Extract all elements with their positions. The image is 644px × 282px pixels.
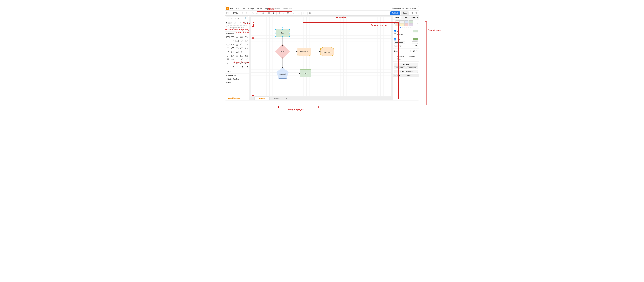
shape-curly[interactable]	[244, 51, 248, 54]
shape-arrow[interactable]	[240, 58, 244, 61]
swatch-next-icon[interactable]: ›	[417, 22, 418, 24]
page-add-button[interactable]: +	[284, 96, 289, 100]
shape-text[interactable]: Text	[235, 36, 239, 39]
rounded-checkbox[interactable]	[394, 55, 396, 57]
node-approval[interactable]: Approval	[276, 68, 289, 79]
undo-button[interactable]	[251, 11, 255, 15]
swatch[interactable]	[396, 20, 400, 23]
shape-line-solid[interactable]	[226, 62, 230, 65]
shape-datastore[interactable]	[235, 54, 239, 57]
resize-handle[interactable]	[275, 36, 276, 37]
sketch-checkbox[interactable]	[394, 58, 396, 60]
delete-button[interactable]	[261, 11, 265, 15]
redo-button[interactable]	[255, 11, 259, 15]
filename-display[interactable]: drawio-example-flow.drawio	[392, 8, 418, 10]
perimeter-input[interactable]	[412, 45, 418, 47]
shape-parallelogram[interactable]	[244, 39, 248, 43]
shape-connector-5[interactable]	[244, 65, 248, 68]
last-change-label[interactable]: Last change 21 months ago	[271, 8, 292, 10]
menu-help[interactable]: Help	[264, 7, 270, 10]
page-tab-2[interactable]: Page-2	[270, 97, 284, 100]
node-write-record[interactable]: Write record	[297, 48, 311, 55]
table-button[interactable]: ▼	[308, 11, 312, 15]
shape-step[interactable]	[235, 47, 239, 50]
section-general[interactable]: ▾General	[225, 32, 249, 35]
shape-triangle[interactable]	[230, 43, 234, 46]
gradient-checkbox[interactable]	[394, 33, 396, 35]
shape-line-heavy-arrow[interactable]	[244, 62, 248, 65]
scratchpad-edit-icon[interactable]: ✎	[244, 22, 246, 24]
shadow-checkbox[interactable]	[407, 55, 409, 57]
shape-textbox[interactable]	[240, 36, 244, 39]
fill-color-well[interactable]	[413, 30, 418, 32]
swatch[interactable]	[400, 23, 404, 26]
shape-container[interactable]	[240, 54, 244, 57]
shape-cloud[interactable]	[240, 43, 244, 46]
edge-choice-writerecord[interactable]	[288, 52, 296, 52]
format-toggle-button[interactable]	[414, 11, 418, 15]
line-width-input[interactable]	[412, 41, 418, 44]
format-tab-text[interactable]: Text	[402, 16, 410, 19]
close-button[interactable]: Close	[401, 12, 409, 15]
page-menu-button[interactable]: ⋮	[250, 97, 254, 100]
drawing-canvas[interactable]: ↻ Start Choice Write record Store record…	[251, 17, 391, 96]
shape-connector-3[interactable]	[235, 65, 239, 68]
shape-trapezoid[interactable]	[240, 47, 244, 50]
section-entity-relation[interactable]: ▸Entity Relation	[225, 77, 249, 81]
swatch[interactable]	[404, 20, 408, 23]
resize-handle[interactable]	[275, 32, 276, 34]
format-tab-style[interactable]: Style	[393, 16, 402, 19]
scratchpad-header[interactable]: Scratchpad ? + ✎ ✕	[225, 21, 249, 25]
shape-rectangle[interactable]	[226, 36, 230, 39]
shape-connector-2[interactable]	[230, 65, 234, 68]
shape-internal-storage[interactable]	[226, 47, 230, 50]
insert-button[interactable]: +▼	[302, 11, 306, 15]
shape-list[interactable]	[226, 58, 230, 61]
shape-process[interactable]	[235, 39, 239, 43]
scratchpad-add-icon[interactable]: +	[242, 22, 244, 24]
waypoint-button[interactable]: ▼	[296, 11, 300, 15]
menu-view[interactable]: View	[240, 7, 246, 10]
shape-document[interactable]	[244, 43, 248, 46]
shape-circle[interactable]	[230, 39, 234, 43]
edge-choice-approval[interactable]	[282, 57, 283, 67]
swatch[interactable]	[409, 20, 413, 23]
to-front-button[interactable]	[267, 11, 271, 15]
swatch[interactable]	[404, 23, 408, 26]
copy-style-button[interactable]: Copy Style	[394, 66, 406, 69]
shape-bidir-arrow[interactable]	[235, 58, 239, 61]
shadow-button[interactable]	[286, 11, 290, 15]
set-default-style-button[interactable]: Set as Default Style	[394, 70, 418, 73]
resize-handle[interactable]	[275, 29, 276, 30]
zoom-out-button[interactable]	[245, 11, 249, 15]
node-choice[interactable]: Choice	[277, 46, 288, 57]
shape-double-rect[interactable]	[244, 54, 248, 57]
shape-and[interactable]	[230, 54, 234, 57]
resize-handle[interactable]	[289, 36, 290, 37]
shape-hexagon[interactable]	[226, 43, 230, 46]
shape-connector-4[interactable]	[240, 65, 244, 68]
shape-rounded-rect[interactable]	[230, 36, 234, 39]
fullscreen-button[interactable]	[410, 11, 414, 15]
shape-actor[interactable]	[240, 51, 244, 54]
shape-ellipse[interactable]	[244, 36, 248, 39]
edit-style-button[interactable]: Edit Style	[394, 63, 418, 66]
swatch[interactable]	[400, 20, 404, 23]
shape-line-thin-arrow[interactable]	[235, 62, 239, 65]
line-style-select[interactable]: ▼	[394, 42, 405, 44]
section-uml[interactable]: ▸UML	[225, 81, 249, 84]
scratchpad-help-icon[interactable]: ?	[240, 22, 242, 24]
opacity-input[interactable]	[410, 50, 418, 52]
to-back-button[interactable]	[272, 11, 276, 15]
menu-arrange[interactable]: Arrange	[247, 7, 256, 10]
shape-or[interactable]	[226, 54, 230, 57]
edge-writerecord-storerecord[interactable]	[311, 52, 320, 52]
swatch[interactable]	[396, 23, 400, 26]
format-tab-arrange[interactable]: Arrange	[410, 16, 419, 19]
scratchpad-close-icon[interactable]: ✕	[247, 22, 248, 24]
line-checkbox[interactable]	[394, 39, 396, 41]
menu-file[interactable]: File	[229, 7, 234, 10]
section-advanced[interactable]: ▸Advanced	[225, 74, 249, 77]
paste-style-button[interactable]: Paste Style	[406, 66, 418, 69]
resize-handle[interactable]	[289, 29, 290, 30]
